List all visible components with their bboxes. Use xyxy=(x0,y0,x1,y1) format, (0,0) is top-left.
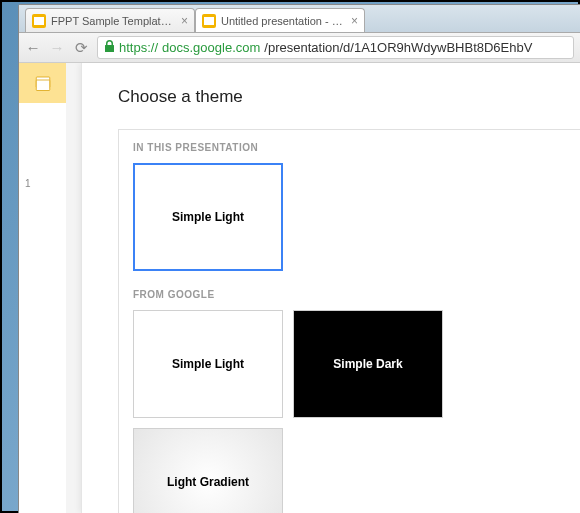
url-host: docs.google.com xyxy=(162,40,260,55)
url-input[interactable]: https://docs.google.com/presentation/d/1… xyxy=(97,36,574,59)
address-bar: ← → ⟳ https://docs.google.com/presentati… xyxy=(19,33,580,63)
theme-name: Simple Light xyxy=(172,210,244,224)
section-label: IN THIS PRESENTATION xyxy=(133,142,566,153)
tab-title: FPPT Sample Template - G xyxy=(51,15,176,27)
app-content: 1 Choose a theme IN THIS PRESENTATION Si… xyxy=(19,63,580,513)
close-icon[interactable]: × xyxy=(351,14,358,28)
back-icon[interactable]: ← xyxy=(25,39,41,56)
tab-strip: FPPT Sample Template - G × Untitled pres… xyxy=(19,5,580,33)
slide-index: 1 xyxy=(25,178,31,189)
forward-icon[interactable]: → xyxy=(49,39,65,56)
close-icon[interactable]: × xyxy=(181,14,188,28)
dialog-title: Choose a theme xyxy=(118,87,580,107)
browser-tab[interactable]: Untitled presentation - Go × xyxy=(195,8,365,32)
theme-card[interactable]: Simple Light xyxy=(133,163,283,271)
lock-icon xyxy=(104,40,115,55)
url-path: /presentation/d/1A1OR9hWdywBHBt8D6EhbV xyxy=(264,40,532,55)
slides-favicon-icon xyxy=(32,14,46,28)
tab-title: Untitled presentation - Go xyxy=(221,15,346,27)
section-label: FROM GOOGLE xyxy=(133,289,566,300)
theme-dialog: Choose a theme IN THIS PRESENTATION Simp… xyxy=(81,63,580,513)
browser-window: FPPT Sample Template - G × Untitled pres… xyxy=(18,4,580,513)
url-scheme: https:// xyxy=(119,40,158,55)
slides-favicon-icon xyxy=(202,14,216,28)
new-slide-button[interactable] xyxy=(19,63,66,103)
theme-card[interactable]: Simple Light xyxy=(133,310,283,418)
theme-card[interactable]: Simple Dark xyxy=(293,310,443,418)
theme-name: Simple Light xyxy=(172,357,244,371)
left-rail: 1 xyxy=(19,63,66,513)
slide-thumbnails: 1 xyxy=(19,173,66,191)
browser-tab[interactable]: FPPT Sample Template - G × xyxy=(25,8,195,32)
reload-icon[interactable]: ⟳ xyxy=(73,39,89,57)
themes-section: IN THIS PRESENTATION Simple Light FROM G… xyxy=(118,129,580,513)
theme-name: Simple Dark xyxy=(333,357,402,371)
svg-rect-1 xyxy=(36,80,50,91)
theme-card[interactable]: Light Gradient xyxy=(133,428,283,513)
theme-name: Light Gradient xyxy=(167,475,249,489)
